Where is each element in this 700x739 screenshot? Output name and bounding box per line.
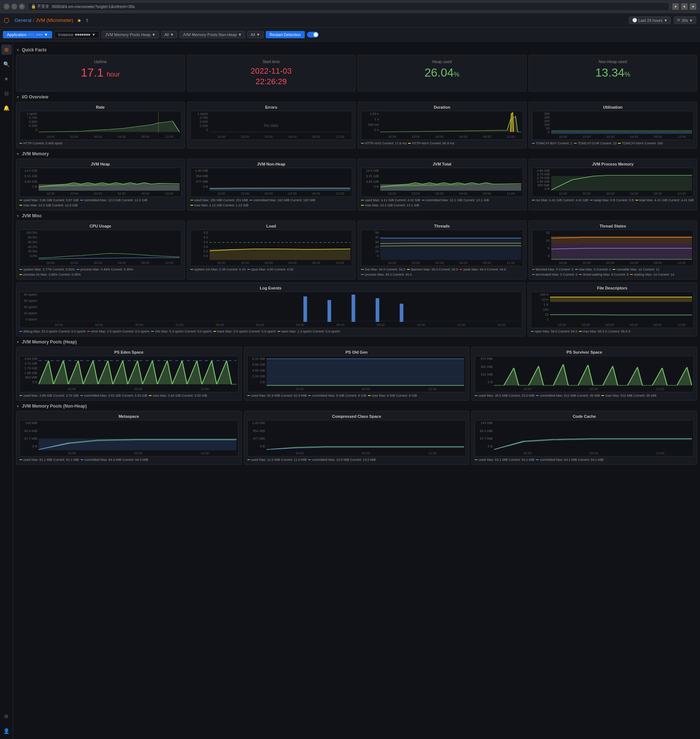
compressed-class-area: 1.40 GiB954 MiB477 MiB0 B 16:0000:0012:0… [247, 420, 466, 457]
svg-rect-18 [375, 298, 379, 322]
all-nonheap-dropdown[interactable]: All ▼ [247, 31, 263, 38]
uptime-label: Uptime [21, 59, 180, 64]
rate-legend: HTTP Current: 0.400 ops/s [19, 141, 182, 145]
refresh-btn-nav[interactable]: ⟳ 30s ▼ [674, 16, 696, 24]
svg-rect-26 [39, 439, 237, 450]
star-icon[interactable]: ★ [77, 18, 82, 24]
file-descriptors-area: 100 K10 K1 K100101 16:0020:0000:0004:000… [531, 292, 694, 328]
share-icon[interactable]: ⇪ [85, 18, 89, 23]
nonheap-pools-grid: Metaspace 143 MiB95.4 MiB47.7 MiB0 B 16:… [16, 411, 697, 465]
log-events-area: 40 ops/m30 ops/m20 ops/m10 ops/m0 ops/m [19, 292, 522, 328]
svg-rect-9 [551, 176, 692, 191]
thread-states-area: 151050 16:0020:0000:0004:0008:0012:00 [532, 230, 694, 266]
sidebar-icon-dashboards[interactable]: ⊟ [1, 88, 12, 98]
duration-chart-card: Duration 1.50 s1 s500 ms0 s 16:0020:0000… [358, 102, 526, 148]
forward-btn[interactable]: › [11, 4, 17, 9]
jvm-memory-header[interactable]: ▼ JVM Memory [16, 151, 697, 156]
utilisation-x-axis: 16:0020:0000:0004:0008:0012:00 [551, 134, 694, 140]
back-btn[interactable]: ‹ [4, 4, 9, 9]
all-heap-dropdown[interactable]: All ▼ [161, 31, 177, 38]
jvm-total-title: JVM Total [361, 162, 523, 166]
duration-x-axis: 16:0020:0000:0004:0008:0012:00 [380, 134, 523, 140]
errors-chart-card: Errors 1 ops/s0.7500.5000.2500 No data 1… [187, 102, 356, 148]
errors-x-axis: 16:0020:0000:0004:0008:0012:00 [210, 134, 352, 140]
compressed-class-title: Compressed Class Space [247, 414, 466, 419]
svg-rect-12 [380, 238, 521, 260]
time-range-btn[interactable]: 🕐 Last 24 hours ▼ [629, 16, 671, 24]
quick-facts-row: Uptime 17.1 hour Start time 2022-11-0322… [16, 55, 697, 91]
file-descriptors-card: File Descriptors 100 K10 K1 K100101 16:0… [528, 282, 697, 336]
section-title-io: I/O Overview [22, 94, 49, 100]
uptime-value: 17.1 hour [21, 66, 180, 79]
rate-chart-inner [39, 112, 180, 134]
code-cache-area: 143 MiB95.4 MiB47.7 MiB0 B 16:0000:0012:… [475, 420, 694, 457]
sidebar-icon-starred[interactable]: ★ [1, 73, 12, 84]
main-layout: ⊞ 🔍 ★ ⊟ 🔔 ⚙ 👤 ❓ ▼ Quick Facts Uptime 17.… [0, 41, 700, 739]
load-card: Load 5.04.03.02.01.00.0 16:0020:0000:000… [187, 220, 356, 280]
start-time-label: Start time [192, 59, 351, 64]
utilisation-y-axis: 250200150100500 [532, 111, 551, 132]
errors-chart-area: 1 ops/s0.7500.5000.2500 No data 16:0020:… [190, 111, 353, 140]
threads-title: Threads [361, 224, 523, 228]
ext-icon-2: ● [681, 3, 688, 10]
utilisation-legend: TOMCAT-BSY Current: 1 TOMCAT-CUR Current… [532, 141, 694, 145]
jvm-memory-chart-grid: JVM Heap 14.0 GiB9.31 GiB4.66 GiB0 B 16:… [16, 159, 697, 210]
svg-rect-17 [351, 295, 355, 322]
start-time-value: 2022-11-0322:26:29 [192, 66, 351, 87]
file-descriptors-title: File Descriptors [531, 286, 694, 290]
sidebar-icon-alerts[interactable]: 🔔 [1, 103, 12, 113]
io-overview-header[interactable]: ▼ I/O Overview [16, 94, 697, 100]
filter-bar: Application dev_■■■ ▼ Instance ■■■■■■■ ▼… [0, 28, 700, 41]
utilisation-chart-area: 250200150100500 16:0020:0000:0004:0008:0… [532, 111, 694, 140]
browser-chrome: ‹ › ⟳ 🔒 不安全 3000/d/ä vm-micrometer?orgId… [0, 0, 700, 13]
breadcrumb-general[interactable]: General [15, 18, 31, 23]
sidebar-icon-home[interactable]: ⊞ [1, 44, 12, 55]
heap-used-card: Heap used 26.04% [358, 55, 526, 91]
errors-chart-title: Errors [190, 105, 353, 109]
chevron-down-icon: ▼ [16, 48, 20, 52]
uptime-card: Uptime 17.1 hour [16, 55, 185, 91]
sidebar-icon-search[interactable]: 🔍 [1, 59, 12, 69]
pools-nonheap-dropdown[interactable]: JVM Memory Pools Non-Heap ▼ [179, 31, 245, 38]
jvm-heap-card: JVM Heap 14.0 GiB9.31 GiB4.66 GiB0 B 16:… [16, 159, 185, 210]
browser-extensions: ● ● ● [672, 3, 696, 10]
utilisation-chart-card: Utilisation 250200150100500 16:0020:0000… [529, 102, 697, 148]
jvm-process-memory-card: JVM Process Memory 4.66 GiB3.73 GiB2.79 … [529, 159, 697, 210]
refresh-btn[interactable]: ⟳ [19, 4, 25, 9]
pools-heap-dropdown[interactable]: JVM Memory Pools Heap ▼ [102, 31, 159, 38]
restart-detection-toggle[interactable] [307, 32, 319, 38]
utilisation-chart-inner [551, 112, 692, 134]
sidebar-icon-user[interactable]: 👤 [1, 726, 12, 736]
jvm-nonheap-card: JVM Non-Heap 1.40 GiB954 MiB477 MiB0 B 1… [187, 159, 356, 210]
log-events-title: Log Events [19, 286, 522, 290]
cpu-usage-area: 100.0%80.0%60.0%40.0%20.0%0.0% 16:0020:0… [19, 230, 182, 266]
breadcrumb-sep: / [33, 18, 34, 23]
compressed-class-card: Compressed Class Space 1.40 GiB954 MiB47… [244, 411, 469, 465]
breadcrumb: General / JVM (Micrometer) [15, 18, 73, 23]
load-title: Load [190, 224, 353, 228]
duration-y-axis: 1.50 s1 s500 ms0 s [361, 111, 380, 132]
jvm-misc-header[interactable]: ▼ JVM Misc [16, 213, 697, 218]
thread-states-card: Thread States 151050 16:0020:0000:0004:0… [529, 220, 697, 280]
metaspace-area: 143 MiB95.4 MiB47.7 MiB0 B 16:0000:0012:… [19, 420, 238, 457]
threads-card: Threads 50403020100 16:0020:0000:0004:00… [358, 220, 526, 280]
top-nav: ⬡ General / JVM (Micrometer) ★ ⇪ 🕐 Last … [0, 13, 700, 28]
rate-chart-area: 1 ops/s0.7500.5000.2500 16:0020:0000:000… [19, 111, 182, 140]
address-bar[interactable]: 🔒 不安全 3000/d/ä vm-micrometer?orgId=1&ref… [28, 2, 669, 11]
application-tab[interactable]: Application dev_■■■ ▼ [3, 31, 52, 38]
start-time-card: Start time 2022-11-0322:26:29 [187, 55, 356, 91]
chevron-down-icon-io: ▼ [16, 95, 20, 99]
sidebar-icon-settings[interactable]: ⚙ [1, 711, 12, 721]
rate-y-axis: 1 ops/s0.7500.5000.2500 [20, 111, 39, 132]
section-title-jvm-memory: JVM Memory [22, 151, 49, 156]
nonheap-pools-header[interactable]: ▼ JVM Memory Pools (Non-Heap) [16, 404, 697, 409]
heap-pools-header[interactable]: ▼ JVM Memory Pools (Heap) [16, 339, 697, 345]
old-gen-title: PS Old Gen [247, 350, 466, 354]
ext-icon-1: ● [672, 3, 679, 10]
log-events-card: Log Events 40 ops/m30 ops/m20 ops/m10 op… [16, 282, 525, 336]
restart-detection-tab[interactable]: Restart Detection [266, 31, 305, 38]
browser-controls[interactable]: ‹ › ⟳ [4, 4, 25, 9]
dashboard-content: ▼ Quick Facts Uptime 17.1 hour Start tim… [13, 41, 700, 739]
quick-facts-header[interactable]: ▼ Quick Facts [16, 47, 697, 53]
instance-tab[interactable]: Instance ■■■■■■■ ▼ [54, 31, 100, 38]
